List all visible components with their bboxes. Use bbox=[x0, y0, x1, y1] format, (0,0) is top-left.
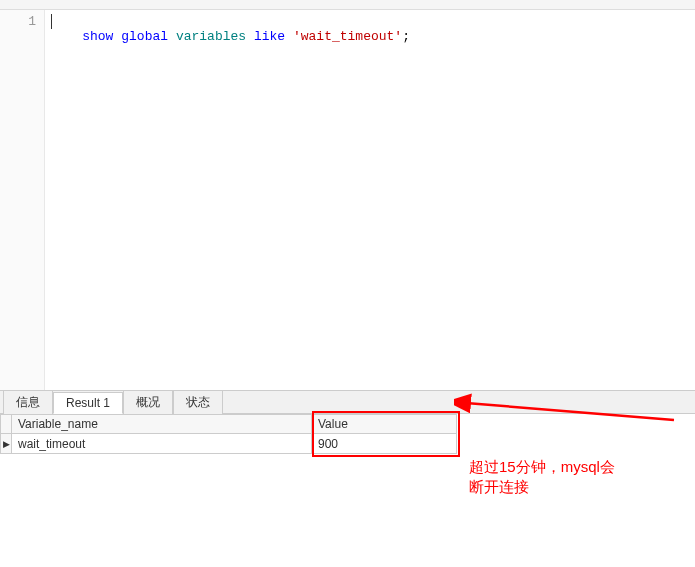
grid-header-row: Variable_name Value bbox=[0, 414, 695, 434]
keyword-global: global bbox=[121, 29, 168, 44]
keyword-like: like bbox=[254, 29, 285, 44]
table-row[interactable]: ▶ wait_timeout 900 bbox=[0, 434, 695, 454]
tab-profile[interactable]: 概况 bbox=[123, 390, 173, 414]
keyword-show: show bbox=[82, 29, 113, 44]
toolbar-fragment bbox=[0, 0, 695, 10]
keyword-variables: variables bbox=[176, 29, 246, 44]
string-literal: 'wait_timeout' bbox=[293, 29, 402, 44]
tab-result-1[interactable]: Result 1 bbox=[53, 392, 123, 414]
annotation-text: 超过15分钟，mysql会 断开连接 bbox=[469, 457, 615, 497]
text-cursor bbox=[51, 14, 52, 29]
sql-editor[interactable]: 1 show global variables like 'wait_timeo… bbox=[0, 10, 695, 390]
row-selector-header[interactable] bbox=[0, 414, 12, 434]
cell-value: 900 bbox=[312, 434, 457, 454]
code-content[interactable]: show global variables like 'wait_timeout… bbox=[45, 10, 695, 390]
tab-status[interactable]: 状态 bbox=[173, 390, 223, 414]
tab-info[interactable]: 信息 bbox=[3, 390, 53, 414]
line-number-gutter: 1 bbox=[0, 10, 45, 390]
cell-variable-name: wait_timeout bbox=[12, 434, 312, 454]
column-header-value[interactable]: Value bbox=[312, 414, 457, 434]
annotation-text-line2: 断开连接 bbox=[469, 477, 615, 497]
line-number: 1 bbox=[4, 14, 36, 29]
annotation-text-line1: 超过15分钟，mysql会 bbox=[469, 457, 615, 477]
row-selector-current[interactable]: ▶ bbox=[0, 434, 12, 454]
results-grid: Variable_name Value ▶ wait_timeout 900 bbox=[0, 414, 695, 454]
result-tabs-bar: 信息 Result 1 概况 状态 bbox=[0, 390, 695, 414]
semicolon: ; bbox=[402, 29, 410, 44]
column-header-variable-name[interactable]: Variable_name bbox=[12, 414, 312, 434]
